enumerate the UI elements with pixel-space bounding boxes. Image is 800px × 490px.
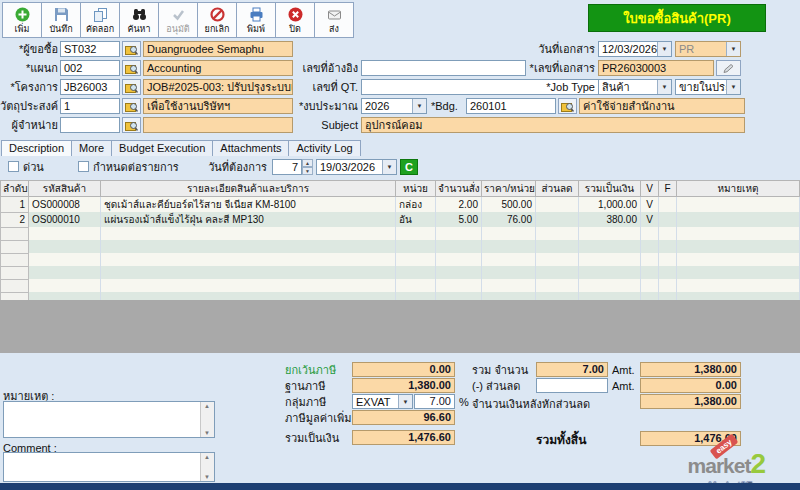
job-type-select-2[interactable]: ขายในประเทศ▼: [675, 79, 741, 95]
search-button[interactable]: ค้นหา: [119, 2, 159, 38]
chevron-down-icon[interactable]: ▼: [726, 80, 740, 94]
discount-amt-label: Amt.: [612, 378, 640, 394]
lookup-icon: [561, 101, 574, 112]
empty-row[interactable]: [1, 266, 800, 279]
chevron-down-icon[interactable]: ▼: [398, 395, 412, 408]
calc-button[interactable]: C: [400, 159, 418, 175]
print-button[interactable]: พิมพ์: [236, 2, 276, 38]
tab-budget-execution[interactable]: Budget Execution: [111, 140, 213, 156]
tax-exempt-field: 0.00: [352, 362, 455, 377]
chevron-down-icon[interactable]: ▼: [382, 160, 396, 174]
scroll-up-icon: ▲: [201, 454, 213, 460]
toolbar: เพิ่ม บันทึก คัดลอก ค้นหา อนุมัติ: [2, 2, 354, 38]
lookup-icon: [125, 44, 138, 55]
vendor-lookup-button[interactable]: [122, 117, 141, 133]
purpose-lookup-button[interactable]: [122, 98, 141, 114]
scrollbar[interactable]: ▲▼: [200, 402, 214, 437]
need-date-select[interactable]: 19/03/2026▼: [316, 159, 397, 175]
prohibit-icon: [210, 7, 225, 24]
tab-attachments[interactable]: Attachments: [212, 140, 289, 156]
chevron-down-icon[interactable]: ▼: [412, 99, 426, 113]
tax-rate-input[interactable]: 7.00: [414, 394, 455, 409]
budget-year-select[interactable]: 2026▼: [361, 98, 427, 114]
send-button[interactable]: ส่ง: [314, 2, 354, 38]
doc-type-select: PR▼: [675, 41, 741, 57]
requester-lookup-button[interactable]: [122, 41, 141, 57]
bdg-lookup-button[interactable]: [558, 98, 577, 114]
doc-date-label: วันที่เอกสาร: [510, 41, 595, 57]
requester-code-input[interactable]: ST032: [60, 41, 120, 57]
vat-label: ภาษีมูลค่าเพิ่ม: [285, 410, 355, 426]
scrollbar[interactable]: ▲▼: [200, 453, 214, 481]
save-icon: [54, 7, 69, 24]
department-lookup-button[interactable]: [122, 60, 141, 76]
table-row[interactable]: 1 OS000008 ชุดเม้าส์และคีย์บอร์ดไร้สาย จ…: [1, 197, 800, 213]
vendor-code-input[interactable]: [60, 117, 120, 133]
copy-button[interactable]: คัดลอก: [80, 2, 120, 38]
add-icon: [15, 7, 30, 24]
subject-label: Subject: [278, 117, 358, 133]
chevron-down-icon[interactable]: ▼: [657, 42, 671, 56]
document-title: ใบขอซื้อสินค้า(PR): [588, 4, 766, 32]
approve-button[interactable]: อนุมัติ: [158, 2, 198, 38]
tab-description[interactable]: Description: [1, 140, 72, 156]
empty-row[interactable]: [1, 240, 800, 253]
total-field: 1,476.60: [352, 430, 455, 445]
bdg-code-input[interactable]: 260101: [466, 98, 556, 114]
lookup-icon: [125, 82, 138, 93]
empty-row[interactable]: [1, 279, 800, 292]
bdg-name-field: ค่าใช้จ่ายสำนักงาน: [579, 98, 745, 114]
empty-row[interactable]: [1, 227, 800, 240]
chevron-down-icon[interactable]: ▼: [657, 80, 671, 94]
lead-days-input[interactable]: 7: [272, 159, 302, 175]
bdg-label: *Bdg.: [431, 98, 465, 114]
after-discount-field: 1,380.00: [640, 394, 741, 409]
urgent-checkbox[interactable]: [8, 161, 19, 172]
percent-label: %: [459, 394, 471, 410]
department-label: *แผนก: [0, 60, 58, 76]
job-type-select-1[interactable]: สินค้า▼: [598, 79, 672, 95]
per-line-checkbox[interactable]: [78, 161, 89, 172]
discount-input[interactable]: [536, 378, 608, 393]
sum-qty-label: รวม จำนวน: [472, 362, 534, 378]
requester-label: *ผู้ขอซื้อ: [0, 41, 58, 57]
doc-no-field: PR26030003: [598, 60, 714, 76]
purpose-code-input[interactable]: 1: [60, 98, 120, 114]
project-code-input[interactable]: JB26003: [60, 79, 120, 95]
project-lookup-button[interactable]: [122, 79, 141, 95]
table-row[interactable]: 2 OS000010 แผ่นรองเม้าส์แข็งไร้ฝุ่น คละส…: [1, 212, 800, 227]
job-type-label: *Job Type: [520, 79, 595, 95]
tax-group-select[interactable]: EXVAT▼: [352, 394, 413, 409]
vendor-label: ผู้จำหน่าย: [0, 117, 58, 133]
ref-no-input[interactable]: [361, 60, 526, 76]
envelope-icon: [327, 7, 342, 24]
comment-textarea[interactable]: ▲▼: [3, 452, 215, 482]
empty-row[interactable]: [1, 253, 800, 266]
department-name-field: Accounting: [143, 60, 293, 76]
discount-amt-field: 0.00: [640, 378, 741, 393]
doc-date-select[interactable]: 12/03/2026▼: [598, 41, 672, 57]
save-button[interactable]: บันทึก: [41, 2, 81, 38]
tab-strip: Description More Budget Execution Attach…: [2, 140, 361, 156]
discount-label: (-) ส่วนลด: [472, 378, 534, 394]
pencil-icon: [722, 63, 735, 74]
printer-icon: [249, 7, 264, 24]
cancel-button[interactable]: ยกเลิก: [197, 2, 237, 38]
lookup-icon: [125, 63, 138, 74]
lookup-icon: [125, 120, 138, 131]
tab-more[interactable]: More: [71, 140, 112, 156]
qt-no-label: เลขที่ QT.: [278, 79, 358, 95]
add-button[interactable]: เพิ่ม: [2, 2, 42, 38]
subject-input[interactable]: อุปกรณ์คอม: [361, 117, 745, 133]
chevron-down-icon: ▼: [726, 42, 740, 56]
department-code-input[interactable]: 002: [60, 60, 120, 76]
remark-textarea[interactable]: ▲▼: [3, 401, 215, 438]
tax-base-label: ฐานภาษี: [285, 378, 349, 394]
doc-no-edit-button[interactable]: [716, 60, 741, 76]
lead-days-spinner[interactable]: ▲▼: [302, 159, 313, 175]
close-button[interactable]: ปิด: [275, 2, 315, 38]
sum-qty-field: 7.00: [536, 362, 608, 377]
sum-amt-label: Amt.: [612, 362, 640, 378]
tab-activity-log[interactable]: Activity Log: [288, 140, 360, 156]
spin-up-icon: ▲: [302, 159, 313, 167]
